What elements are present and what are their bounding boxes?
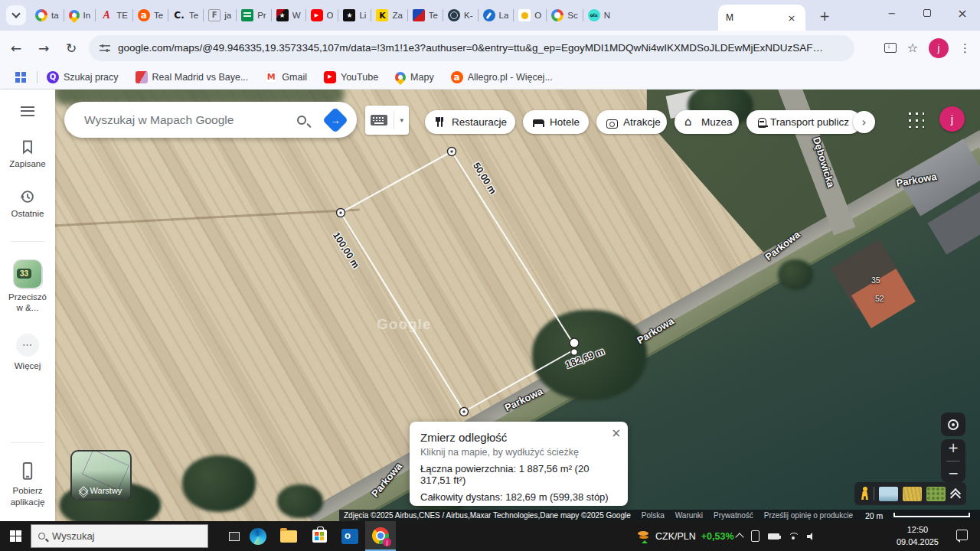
tab-13[interactable]: La — [479, 0, 514, 31]
chip-hotels[interactable]: Hotele — [523, 110, 589, 134]
action-center-icon[interactable] — [956, 530, 968, 540]
my-location-button[interactable] — [941, 412, 965, 436]
apps-grid-icon[interactable] — [15, 72, 26, 83]
tab-11[interactable]: Te — [408, 0, 443, 31]
maps-profile-avatar[interactable]: j — [939, 106, 965, 132]
site-settings-icon[interactable] — [100, 44, 110, 53]
pegman-icon[interactable] — [861, 487, 869, 500]
bookmark-mapy[interactable]: Mapy — [395, 72, 434, 83]
my-location-icon — [948, 419, 959, 430]
bookmark-szukaj-pracy[interactable]: Szukaj pracy — [47, 71, 119, 83]
tab-12[interactable]: K- — [443, 0, 478, 31]
chips-next-button[interactable]: › — [853, 111, 875, 133]
back-button[interactable]: ← — [5, 37, 28, 60]
tree — [277, 484, 323, 518]
more-dots-icon: ⋯ — [16, 334, 39, 357]
close-button[interactable]: × — [945, 0, 980, 26]
satellite-map[interactable]: Google 50,00 m 100,00 m 182,69 m Parkowa… — [0, 90, 980, 521]
tablet-mode-icon[interactable] — [751, 530, 760, 542]
imagery-thumbnail[interactable] — [903, 487, 922, 501]
taskbar-outlook[interactable] — [335, 521, 365, 551]
input-tools-button[interactable]: ▾ — [365, 106, 409, 135]
imagery-thumbnail[interactable] — [926, 487, 946, 501]
bookmark-youtube[interactable]: YouTube — [324, 71, 378, 83]
taskbar-search[interactable]: Wyszukaj — [31, 524, 208, 548]
install-app-icon[interactable] — [884, 43, 897, 53]
battery-icon[interactable] — [768, 533, 779, 540]
chip-restaurants[interactable]: Restauracje — [425, 110, 515, 134]
maps-search-box[interactable]: Wyszukaj w Mapach Google → — [64, 102, 357, 138]
tab-1[interactable]: In — [64, 0, 96, 31]
new-tab-button[interactable]: + — [816, 8, 833, 24]
forward-button[interactable]: → — [32, 37, 55, 60]
tab-16[interactable]: N — [583, 0, 615, 31]
blue-circle-icon — [483, 9, 495, 21]
address-bar[interactable]: google.com/maps/@49.946335,19.3573345,10… — [89, 35, 854, 61]
bookmark-gmail[interactable]: Gmail — [265, 71, 307, 83]
layers-icon — [80, 487, 87, 494]
attribution-privacy[interactable]: Prywatność — [714, 511, 753, 520]
search-icon — [38, 533, 45, 540]
bookmark-star-icon[interactable]: ☆ — [907, 41, 918, 55]
taskbar-store[interactable] — [304, 521, 335, 551]
bookmark-real-madrid[interactable]: Real Madrid vs Baye... — [136, 71, 249, 83]
tab-15[interactable]: Sc — [547, 0, 582, 31]
zoom-in-button[interactable]: + — [941, 442, 965, 455]
google-apps-grid-icon[interactable] — [908, 112, 924, 128]
attribution-country[interactable]: Polska — [642, 511, 665, 520]
taskbar-chrome-active[interactable]: j — [365, 521, 396, 551]
tab-6[interactable]: Pr — [237, 0, 271, 31]
taskbar-clock[interactable]: 12:50 09.04.2025 — [897, 521, 939, 551]
reload-button[interactable]: ↻ — [60, 37, 83, 60]
chip-attractions[interactable]: Atrakcje — [596, 110, 667, 134]
sidebar-item-saved[interactable]: Zapisane — [9, 139, 45, 169]
attribution-feedback[interactable]: Prześlij opinię o produkcie — [764, 511, 853, 520]
taskbar-edge[interactable] — [243, 521, 273, 551]
start-button[interactable] — [0, 521, 31, 551]
tab-0[interactable]: ta — [31, 0, 64, 31]
search-icon[interactable] — [297, 116, 306, 125]
measure-area-value: Łączna powierzchnia: 1 887,56 m² (20 317… — [420, 463, 617, 486]
imagery-thumbnail[interactable] — [879, 487, 898, 501]
tab-14[interactable]: O — [514, 0, 546, 31]
menu-icon[interactable] — [21, 106, 34, 116]
tab-4[interactable]: Te — [168, 0, 203, 31]
tab-5[interactable]: ja — [204, 0, 236, 31]
sidebar-item-collection[interactable]: 33 Przeciszów &... — [8, 260, 47, 314]
chip-museums[interactable]: Muzea — [675, 110, 739, 134]
sidebar-item-more[interactable]: ⋯ Więcej — [15, 334, 41, 371]
camera-icon — [606, 119, 618, 129]
minimize-button[interactable]: − — [874, 0, 910, 26]
tray-expand-icon[interactable] — [735, 533, 743, 541]
browser-menu-icon[interactable]: ⋮ — [959, 41, 971, 55]
tab-8[interactable]: O — [306, 0, 338, 31]
attribution-terms[interactable]: Warunki — [675, 511, 703, 520]
tab-10[interactable]: Za — [371, 0, 407, 31]
tab-search-button[interactable] — [6, 5, 26, 25]
chip-transit[interactable]: Transport publicz — [746, 110, 861, 134]
collection-badge: 33 — [17, 269, 31, 279]
taskbar-explorer[interactable] — [273, 521, 304, 551]
zoom-out-button[interactable]: − — [941, 467, 965, 480]
directions-button[interactable]: → — [322, 107, 348, 133]
wifi-icon[interactable] — [788, 533, 799, 540]
active-tab-maps[interactable]: M × — [718, 5, 805, 31]
tab-close-icon[interactable]: × — [786, 11, 798, 24]
tab-7[interactable]: W — [272, 0, 305, 31]
sidebar-item-recent[interactable]: Ostatnie — [11, 189, 44, 219]
browser-profile-avatar[interactable]: j — [929, 38, 949, 58]
direction-arrow-icon: → — [331, 114, 341, 126]
house-number: 52 — [875, 294, 884, 303]
maximize-button[interactable] — [910, 0, 945, 26]
tab-3[interactable]: Te — [133, 0, 168, 31]
tab-2[interactable]: TE — [96, 0, 132, 31]
layers-button[interactable]: Warstwy — [70, 450, 132, 500]
coins-icon — [638, 530, 650, 543]
speaker-icon[interactable] — [807, 533, 816, 540]
sidebar-item-get-app[interactable]: Pobierzaplikację — [11, 461, 45, 507]
expand-strip-icon[interactable] — [951, 489, 960, 498]
tab-9[interactable]: Li — [338, 0, 371, 31]
currency-ticker[interactable]: CZK/PLN +0,53% — [638, 521, 734, 551]
bookmark-allegro[interactable]: Allegro.pl - Więcej... — [451, 71, 553, 83]
panel-close-icon[interactable]: × — [611, 426, 621, 440]
